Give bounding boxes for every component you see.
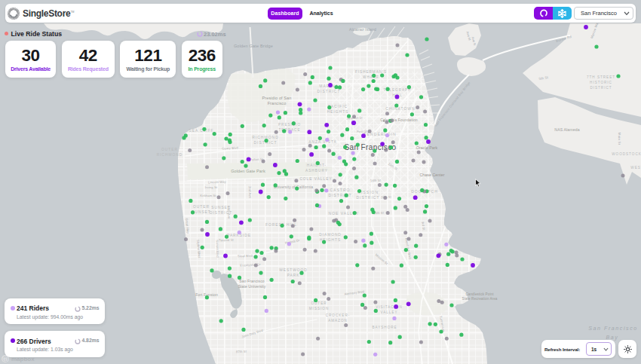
svg-text:Candlestick Point: Candlestick Point [465, 292, 494, 296]
svg-text:ANZA VISTA: ANZA VISTA [308, 140, 336, 144]
svg-text:CASTRO: CASTRO [330, 188, 351, 192]
svg-text:State Recreation Area: State Recreation Area [462, 297, 497, 301]
svg-text:DIAMOND: DIAMOND [319, 233, 342, 237]
svg-text:OUTER: OUTER [311, 301, 327, 305]
svg-text:OUTER: OUTER [193, 205, 210, 209]
svg-text:Golden Gate Park: Golden Gate Park [231, 169, 265, 173]
svg-text:AMAZON: AMAZON [328, 319, 348, 323]
svg-text:VALLEY: VALLEY [380, 310, 397, 314]
svg-text:19th Ave: 19th Ave [227, 206, 232, 219]
svg-text:University of California: University of California [274, 185, 314, 189]
svg-text:Golden Gate Bridge: Golden Gate Bridge [234, 44, 273, 48]
svg-text:16th St: 16th St [370, 179, 382, 183]
svg-text:Francisco: Francisco [268, 101, 287, 106]
svg-text:Alcatraz Island: Alcatraz Island [349, 27, 376, 32]
svg-text:Presidio of San: Presidio of San [262, 96, 292, 100]
svg-text:OUTER: OUTER [161, 148, 178, 151]
svg-text:San Francisco: San Francisco [239, 279, 264, 283]
svg-text:WESTWOOD: WESTWOOD [279, 268, 307, 272]
svg-text:San Francisco: San Francisco [588, 326, 638, 331]
svg-text:WOODSTOCK: WOODSTOCK [612, 152, 641, 156]
svg-text:CROCKER-: CROCKER- [326, 314, 351, 317]
svg-text:Post St: Post St [357, 130, 368, 134]
svg-text:FISHERMAN'S: FISHERMAN'S [355, 70, 387, 74]
svg-text:PRESIDIO: PRESIDIO [278, 123, 301, 127]
svg-text:Chase Center: Chase Center [419, 173, 444, 177]
svg-text:RICHMOND: RICHMOND [157, 153, 182, 157]
svg-text:NAS Alameda: NAS Alameda [554, 127, 579, 132]
svg-text:2nd Ave: 2nd Ave [248, 186, 253, 198]
svg-text:SUNSET: SUNSET [192, 210, 210, 214]
svg-text:Kirkham St: Kirkham St [200, 194, 216, 197]
svg-text:Sunset Blvd: Sunset Blvd [216, 240, 220, 258]
svg-text:ⓘ: ⓘ [3, 356, 8, 362]
svg-text:DISTRICT: DISTRICT [356, 195, 379, 200]
svg-text:DISTRICT: DISTRICT [317, 89, 340, 93]
svg-text:DISTRICT: DISTRICT [590, 86, 612, 90]
svg-text:Irving St: Irving St [205, 185, 218, 189]
svg-text:HEIGHTS: HEIGHTS [327, 109, 348, 114]
svg-text:State University: State University [238, 284, 266, 289]
svg-text:7TH STREET: 7TH STREET [587, 75, 615, 79]
svg-text:HISTORIC: HISTORIC [590, 81, 612, 84]
svg-text:DISTRICT: DISTRICT [328, 193, 351, 197]
svg-text:Sloat Blvd: Sloat Blvd [238, 254, 253, 258]
svg-text:ASHBURY: ASHBURY [305, 169, 328, 173]
svg-text:Main St: Main St [618, 133, 621, 145]
svg-text:SEA CLIFF: SEA CLIFF [189, 129, 214, 133]
svg-text:PARK: PARK [287, 274, 300, 277]
svg-text:Oracle Park: Oracle Park [416, 145, 438, 150]
svg-text:CHINATOWN: CHINATOWN [385, 106, 415, 111]
svg-text:WHARF: WHARF [363, 75, 379, 79]
svg-text:BAYSHORE: BAYSHORE [372, 326, 397, 329]
svg-text:VISITACION: VISITACION [376, 305, 403, 309]
svg-text:RICHMOND: RICHMOND [252, 135, 279, 139]
svg-text:mapbox: mapbox [11, 356, 35, 362]
svg-text:MISSION: MISSION [309, 307, 329, 310]
svg-text:87th St: 87th St [236, 350, 247, 354]
svg-text:WEST: WEST [630, 166, 641, 170]
svg-text:COLE VALLEY: COLE VALLEY [299, 177, 332, 181]
svg-text:Lincoln Way: Lincoln Way [208, 180, 227, 185]
svg-text:San Francisco: San Francisco [344, 143, 396, 151]
